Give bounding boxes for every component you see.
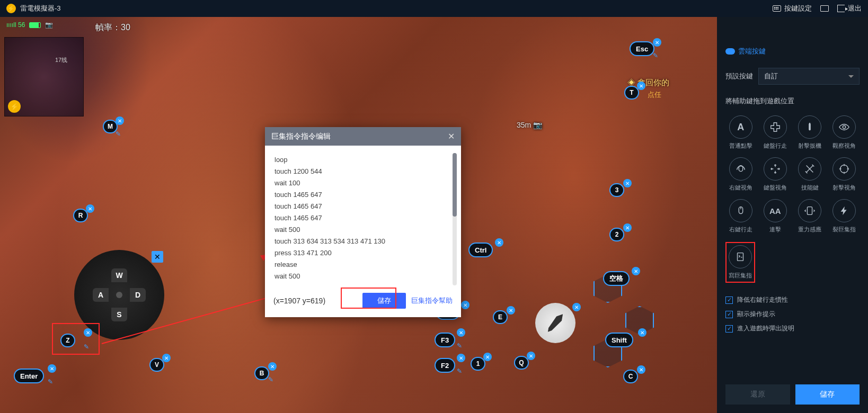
tool-skill-key[interactable]: 技能鍵 — [795, 157, 825, 192]
checkbox-show-hints[interactable]: ✓ 顯示操作提示 — [725, 310, 860, 319]
close-e[interactable]: ✕ — [507, 306, 515, 315]
key-q[interactable]: Q — [514, 356, 529, 370]
dpad-control[interactable]: ✕ W S A D — [74, 250, 164, 340]
dpad-up[interactable]: W — [111, 268, 127, 282]
tool-keyboard-walk[interactable]: 鍵盤行走 — [760, 115, 790, 150]
dialog-title: 巨集指令指令编辑 — [271, 132, 331, 141]
close-t[interactable]: ✕ — [637, 82, 645, 90]
restore-button[interactable]: 還原 — [725, 384, 790, 405]
key-c[interactable]: C — [623, 370, 638, 383]
key-esc[interactable]: Esc — [630, 41, 654, 56]
close-3[interactable]: ✕ — [623, 179, 632, 187]
exit-button[interactable]: 退出 — [837, 4, 862, 13]
macro-enter-icon[interactable]: ✎ — [48, 378, 55, 385]
close-c[interactable]: ✕ — [637, 365, 645, 374]
game-viewport[interactable]: ııııll 56 📷 17线 ⚡ 幀率：30 ◈ 拿回你的 点任 35m 📷 … — [0, 17, 717, 413]
checkbox-reduce-inertia[interactable]: ✓ 降低右鍵行走慣性 — [725, 295, 860, 304]
tool-fire-view[interactable]: 射擊視角 — [829, 157, 860, 192]
svg-point-2 — [840, 165, 848, 173]
close-b[interactable]: ✕ — [268, 362, 277, 371]
tool-write-macro[interactable]: 寫巨集指 — [729, 245, 752, 280]
key-f3[interactable]: F3 — [435, 333, 455, 347]
signal-strength-icon: ııııll 56 — [6, 21, 25, 29]
close-1[interactable]: ✕ — [483, 353, 492, 361]
titlebar: ⚡ 雷電模擬器-3 按鍵設定 退出 — [0, 0, 868, 17]
sidebar-save-button[interactable]: 儲存 — [795, 384, 860, 405]
key-ctrl[interactable]: Ctrl — [468, 243, 493, 257]
dialog-titlebar[interactable]: 巨集指令指令编辑 ✕ — [265, 127, 461, 146]
key-v[interactable]: V — [149, 358, 164, 372]
macro-f3-icon[interactable]: ✎ — [457, 342, 464, 349]
script-icon — [734, 251, 746, 263]
open-folder-button[interactable] — [820, 5, 829, 12]
key-f2[interactable]: F2 — [435, 358, 455, 373]
close-z[interactable]: ✕ — [84, 328, 92, 337]
close-shift[interactable]: ✕ — [638, 328, 646, 337]
macro-m-icon[interactable]: ✎ — [116, 130, 123, 138]
tool-rightclick-walk[interactable]: 右鍵行走 — [725, 199, 756, 234]
dpad-left[interactable]: A — [93, 288, 109, 302]
cursor-coordinates: (x=1907 y=619) — [273, 297, 357, 305]
minimap-logo-icon: ⚡ — [8, 100, 21, 113]
close-esc[interactable]: ✕ — [653, 38, 661, 47]
key-e[interactable]: E — [493, 310, 508, 324]
checkbox-icon: ✓ — [725, 297, 733, 304]
macro-help-link[interactable]: 巨集指令幫助 — [411, 296, 453, 306]
key-settings-button[interactable]: 按鍵設定 — [773, 4, 812, 13]
close-f2[interactable]: ✕ — [457, 354, 465, 362]
macro-b-icon[interactable]: ✎ — [268, 376, 276, 383]
close-f3[interactable]: ✕ — [457, 328, 465, 337]
route-label: 17线 — [55, 56, 67, 64]
close-dpad[interactable]: ✕ — [152, 251, 163, 263]
checkbox-popup-on-enter[interactable]: ✓ 進入遊戲時彈出說明 — [725, 324, 860, 333]
close-q[interactable]: ✕ — [527, 352, 535, 360]
lightning-icon — [838, 205, 850, 217]
close-r[interactable]: ✕ — [86, 204, 94, 213]
key-3[interactable]: 3 — [609, 183, 624, 197]
objective-subtext: 点任 — [648, 90, 661, 100]
key-enter[interactable]: Enter — [14, 369, 44, 383]
macro-z-icon[interactable]: ✎ — [84, 343, 91, 351]
close-v[interactable]: ✕ — [162, 354, 171, 362]
macro-editor-dialog: 巨集指令指令编辑 ✕ loop touch 1200 544 wait 100 … — [265, 127, 461, 317]
close-tab[interactable]: ✕ — [461, 301, 470, 309]
dialog-scrollbar[interactable] — [453, 153, 457, 285]
key-shift[interactable]: Shift — [605, 333, 633, 347]
close-ctrl[interactable]: ✕ — [495, 238, 503, 247]
attack-button[interactable] — [535, 303, 575, 343]
macro-esc-icon[interactable]: ✎ — [653, 52, 660, 59]
tool-observe-view[interactable]: 觀察視角 — [829, 115, 860, 150]
tool-fire-trigger[interactable]: 射擊扳機 — [795, 115, 825, 150]
dpad-right[interactable]: D — [130, 288, 146, 302]
cloud-icon — [725, 48, 735, 55]
preset-select[interactable]: 自訂 — [758, 68, 860, 85]
cloud-keymap-link[interactable]: 雲端按鍵 — [725, 47, 860, 56]
close-m[interactable]: ✕ — [116, 116, 124, 125]
mouse-icon — [735, 205, 747, 217]
dialog-save-button[interactable]: 儲存 — [362, 293, 406, 309]
key-b[interactable]: B — [254, 366, 269, 380]
dpad-down[interactable]: S — [111, 308, 127, 321]
close-attack-key[interactable]: ✕ — [572, 303, 581, 311]
macro-f2-icon[interactable]: ✎ — [457, 367, 464, 375]
key-t[interactable]: T — [624, 86, 639, 100]
close-space[interactable]: ✕ — [632, 267, 640, 275]
tool-keyboard-view[interactable]: 鍵盤視角 — [760, 157, 790, 192]
dpad-center — [116, 292, 122, 298]
tool-combo[interactable]: AA連擊 — [760, 199, 790, 234]
tool-normal-click[interactable]: A普通點擊 — [725, 115, 756, 150]
keymap-sidebar: 雲端按鍵 預設按鍵 自訂 將輔助鍵拖到遊戲位置 A普通點擊 鍵盤行走 射擊扳機 … — [717, 17, 868, 413]
key-z[interactable]: Z — [60, 334, 75, 347]
key-space[interactable]: 空格 — [603, 271, 630, 286]
macro-script-textarea[interactable]: loop touch 1200 544 wait 100 touch 1465 … — [274, 154, 451, 282]
close-2[interactable]: ✕ — [623, 223, 632, 232]
key-2[interactable]: 2 — [609, 228, 624, 241]
dialog-close-button[interactable]: ✕ — [448, 131, 455, 141]
tool-rightclick-view[interactable]: 右鍵視角 — [725, 157, 756, 192]
key-r[interactable]: R — [73, 209, 88, 222]
key-1[interactable]: 1 — [471, 357, 485, 371]
tool-macro-split[interactable]: 裂巨集指 — [829, 199, 860, 234]
close-enter[interactable]: ✕ — [48, 364, 56, 373]
distance-text: 35m 📷 — [517, 121, 542, 129]
tool-gravity[interactable]: 重力感應 — [795, 199, 825, 234]
